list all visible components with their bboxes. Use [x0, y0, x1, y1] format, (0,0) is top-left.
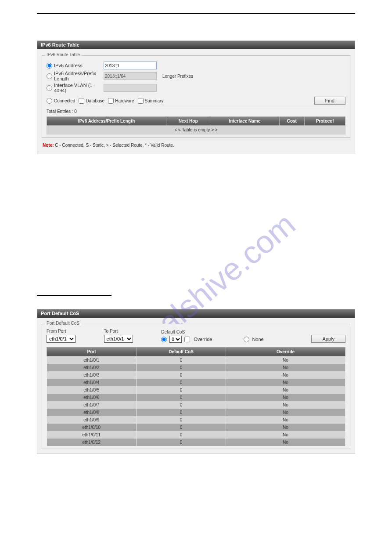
cell: eth1/0/2: [47, 364, 137, 371]
total-entries: Total Entries : 0: [47, 108, 345, 115]
cell: No: [226, 386, 345, 394]
cell: No: [226, 379, 345, 386]
empty-row: < < Table is empty > >: [47, 126, 345, 134]
cell: eth1/0/6: [47, 394, 137, 401]
label-longer-prefixes: Longer Prefixes: [156, 74, 193, 79]
ipv6-route-grid: IPv6 Address/Prefix Length Next Hop Inte…: [47, 116, 345, 134]
cell: eth1/0/7: [47, 401, 137, 409]
radio-connected[interactable]: [47, 98, 52, 104]
page-rule: [37, 13, 355, 14]
cell: 0: [137, 394, 226, 401]
table-row: eth1/0/110No: [47, 431, 345, 439]
label-hardware: Hardware: [115, 98, 134, 103]
table-row: eth1/0/20No: [47, 364, 345, 371]
cell: 0: [137, 409, 226, 416]
note-text: C - Connected, S - Static, > - Selected …: [54, 143, 174, 148]
checkbox-database[interactable]: [79, 98, 84, 104]
cell: eth1/0/4: [47, 379, 137, 386]
cell: eth1/0/9: [47, 416, 137, 424]
label-ipv6-address: IPv6 Address: [54, 63, 83, 68]
col-port: Port: [47, 348, 137, 356]
label-from-port: From Port: [47, 329, 104, 334]
cell: No: [226, 364, 345, 371]
cell: 0: [137, 356, 226, 364]
cell: 0: [137, 364, 226, 371]
label-ipv6-prefix: IPv6 Address/Prefix Length: [54, 71, 104, 81]
table-row: eth1/0/70No: [47, 401, 345, 409]
cell: No: [226, 424, 345, 431]
input-ipv6-address[interactable]: [104, 62, 157, 69]
cell: 0: [137, 424, 226, 431]
label-interface-vlan: Interface VLAN (1-4094): [54, 83, 104, 93]
col-address: IPv6 Address/Prefix Length: [47, 117, 166, 126]
cell: No: [226, 409, 345, 416]
radio-ipv6-address[interactable]: [47, 63, 52, 69]
section-rule: [37, 295, 111, 296]
cell: 0: [137, 431, 226, 439]
cell: 0: [137, 401, 226, 409]
cell: eth1/0/10: [47, 424, 137, 431]
input-ipv6-prefix[interactable]: [104, 72, 157, 80]
table-row: eth1/0/40No: [47, 379, 345, 386]
label-to-port: To Port: [104, 329, 162, 334]
checkbox-override[interactable]: [184, 337, 190, 342]
cell: 0: [137, 386, 226, 394]
table-row: eth1/0/60No: [47, 394, 345, 401]
col-override: Override: [226, 348, 345, 356]
apply-button[interactable]: Apply: [311, 335, 345, 343]
label-summary: Summary: [145, 98, 164, 103]
radio-ipv6-prefix[interactable]: [47, 73, 52, 79]
cell: eth1/0/1: [47, 356, 137, 364]
checkbox-hardware[interactable]: [108, 98, 114, 104]
radio-default-cos[interactable]: [161, 337, 167, 342]
cell: eth1/0/3: [47, 371, 137, 379]
panel-ipv6-route-table: IPv6 Route Table IPv6 Route Table IPv6 A…: [37, 40, 355, 154]
select-to-port[interactable]: eth1/0/1: [104, 335, 133, 343]
note-prefix: Note:: [43, 143, 54, 148]
label-override: Override: [194, 337, 212, 342]
label-default-cos: Default CoS: [161, 330, 311, 334]
note-line: Note: C - Connected, S - Static, > - Sel…: [42, 141, 350, 149]
cell: No: [226, 356, 345, 364]
radio-none[interactable]: [244, 337, 249, 342]
select-from-port[interactable]: eth1/0/1: [47, 335, 76, 343]
table-row: eth1/0/50No: [47, 386, 345, 394]
label-connected: Connected: [54, 98, 75, 103]
col-interface: Interface Name: [210, 117, 279, 126]
port-cos-grid: Port Default CoS Override eth1/0/10Noeth…: [47, 347, 345, 446]
find-button[interactable]: Find: [314, 97, 345, 105]
cell: eth1/0/5: [47, 386, 137, 394]
cell: 0: [137, 379, 226, 386]
cell: 0: [137, 416, 226, 424]
table-row: eth1/0/100No: [47, 424, 345, 431]
table-row: eth1/0/10No: [47, 356, 345, 364]
input-interface-vlan[interactable]: [104, 84, 157, 92]
table-row: eth1/0/120No: [47, 439, 345, 446]
col-cost: Cost: [279, 117, 304, 126]
group-title: Port Default CoS: [45, 321, 81, 326]
col-protocol: Protocol: [304, 117, 345, 126]
cell: No: [226, 394, 345, 401]
table-row: eth1/0/80No: [47, 409, 345, 416]
cell: No: [226, 416, 345, 424]
cell: 0: [137, 371, 226, 379]
radio-interface-vlan[interactable]: [47, 85, 52, 91]
panel-title: IPv6 Route Table: [37, 41, 355, 49]
group-title: IPv6 Route Table: [45, 52, 82, 57]
table-row: eth1/0/90No: [47, 416, 345, 424]
group-ipv6-route-table: IPv6 Route Table IPv6 Address IPv6 Addre…: [42, 55, 350, 138]
cell: No: [226, 371, 345, 379]
panel-title: Port Default CoS: [37, 309, 355, 318]
cell: 0: [137, 439, 226, 446]
select-cos-value[interactable]: 0: [169, 336, 182, 343]
table-row: eth1/0/30No: [47, 371, 345, 379]
checkbox-summary[interactable]: [138, 98, 144, 104]
group-port-default-cos: Port Default CoS From Port eth1/0/1 To P…: [42, 324, 350, 449]
cell: eth1/0/8: [47, 409, 137, 416]
label-database: Database: [86, 98, 104, 103]
cell: No: [226, 431, 345, 439]
col-default-cos: Default CoS: [137, 348, 226, 356]
label-none: None: [252, 337, 263, 342]
cell: eth1/0/11: [47, 431, 137, 439]
cell: No: [226, 439, 345, 446]
